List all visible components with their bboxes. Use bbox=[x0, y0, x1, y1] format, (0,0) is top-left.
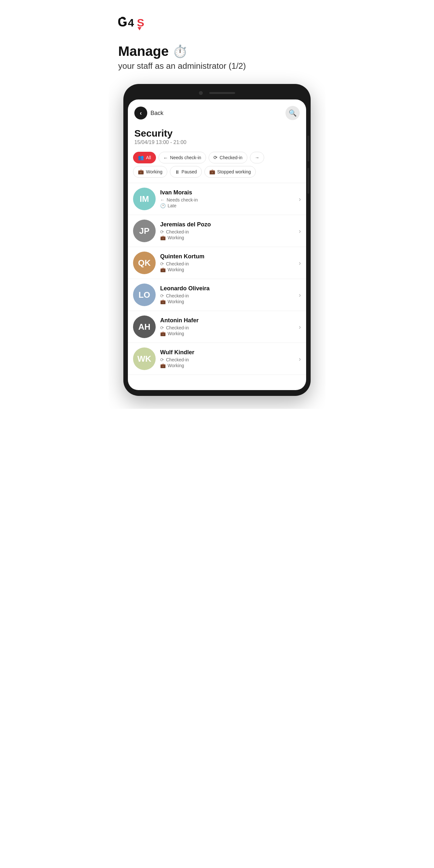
chevron-right-icon: › bbox=[299, 323, 301, 331]
filter-needs-checkin-label: Needs check-in bbox=[170, 155, 202, 160]
status2-icon: 💼 bbox=[160, 267, 166, 272]
staff-avatar: LO bbox=[133, 283, 156, 306]
staff-name: Wulf Kindler bbox=[160, 349, 294, 356]
status2-icon: 🕐 bbox=[160, 203, 166, 208]
staff-status-1: ⟳ Checked-in bbox=[160, 261, 294, 267]
status2-label: Late bbox=[167, 203, 176, 208]
status2-icon: 💼 bbox=[160, 299, 166, 304]
filter-working-label: Working bbox=[146, 169, 162, 175]
status1-icon: ⟳ bbox=[160, 357, 164, 362]
heading-section: Manage ⏱️ your staff as an administrator… bbox=[115, 43, 319, 71]
avatar-initials: QK bbox=[133, 252, 156, 274]
staff-item[interactable]: QK Quinten Kortum ⟳ Checked-in 💼 Working… bbox=[128, 247, 306, 279]
section-title: Security 15/04/19 13:00 - 21:00 bbox=[128, 125, 306, 147]
staff-info: Antonin Hafer ⟳ Checked-in 💼 Working bbox=[160, 317, 294, 337]
status1-label: Checked-in bbox=[166, 229, 189, 235]
status1-icon: ← bbox=[160, 197, 165, 203]
filter-all-label: All bbox=[146, 155, 151, 160]
more-icon: → bbox=[255, 155, 259, 160]
staff-name: Leonardo Oliveira bbox=[160, 285, 294, 292]
status1-label: Checked-in bbox=[166, 261, 189, 267]
back-circle-icon: ‹ bbox=[134, 106, 147, 120]
chevron-right-icon: › bbox=[299, 195, 301, 203]
side-button-2 bbox=[307, 168, 309, 194]
side-button-1 bbox=[307, 135, 309, 161]
staff-info: Wulf Kindler ⟳ Checked-in 💼 Working bbox=[160, 349, 294, 369]
all-icon: 👥 bbox=[138, 155, 144, 160]
filter-needs-checkin[interactable]: ← Needs check-in bbox=[159, 152, 206, 163]
section-time: 15/04/19 13:00 - 21:00 bbox=[134, 140, 300, 145]
filter-paused-label: Paused bbox=[182, 169, 197, 175]
staff-item[interactable]: LO Leonardo Oliveira ⟳ Checked-in 💼 Work… bbox=[128, 279, 306, 311]
filter-paused[interactable]: ⏸ Paused bbox=[170, 166, 202, 178]
title-text: Manage bbox=[118, 43, 168, 59]
top-bar: ‹ Back 🔍 bbox=[128, 99, 306, 125]
staff-avatar: IM bbox=[133, 188, 156, 210]
status2-label: Working bbox=[167, 267, 184, 272]
filter-checked-in[interactable]: ⟳ Checked-in bbox=[209, 152, 247, 163]
back-button[interactable]: ‹ Back bbox=[134, 106, 163, 120]
logo-section: 4 S bbox=[115, 13, 319, 32]
staff-avatar: WK bbox=[133, 347, 156, 370]
filter-more[interactable]: → bbox=[250, 152, 264, 163]
chevron-right-icon: › bbox=[299, 227, 301, 235]
search-icon: 🔍 bbox=[289, 109, 297, 117]
section-name: Security bbox=[134, 128, 300, 139]
status1-label: Needs check-in bbox=[166, 197, 198, 203]
staff-info: Quinten Kortum ⟳ Checked-in 💼 Working bbox=[160, 253, 294, 273]
staff-avatar: JP bbox=[133, 220, 156, 242]
filter-row-2: 💼 Working ⏸ Paused 💼 Stopped working bbox=[128, 166, 306, 183]
filter-working[interactable]: 💼 Working bbox=[133, 166, 167, 178]
stopped-icon: 💼 bbox=[209, 169, 215, 175]
filter-stopped[interactable]: 💼 Stopped working bbox=[205, 166, 256, 178]
staff-item[interactable]: WK Wulf Kindler ⟳ Checked-in 💼 Working › bbox=[128, 343, 306, 375]
staff-item[interactable]: JP Jeremías del Pozo ⟳ Checked-in 💼 Work… bbox=[128, 215, 306, 247]
status1-icon: ⟳ bbox=[160, 261, 164, 267]
g4s-logo: 4 S bbox=[118, 13, 147, 31]
search-button[interactable]: 🔍 bbox=[285, 106, 300, 120]
staff-status-1: ⟳ Checked-in bbox=[160, 293, 294, 299]
status1-icon: ⟳ bbox=[160, 229, 164, 235]
stopwatch-icon: ⏱️ bbox=[173, 44, 188, 58]
filter-all[interactable]: 👥 All bbox=[133, 152, 156, 163]
phone-screen: ‹ Back 🔍 Security 15/04/19 13:00 - 21:00… bbox=[128, 99, 306, 390]
page-subtitle: your staff as an administrator (1/2) bbox=[118, 61, 319, 71]
avatar-initials: IM bbox=[133, 188, 156, 210]
phone-frame: ‹ Back 🔍 Security 15/04/19 13:00 - 21:00… bbox=[123, 84, 311, 396]
staff-status-2: 🕐 Late bbox=[160, 203, 294, 208]
phone-notch bbox=[128, 90, 306, 96]
filter-row-1: 👥 All ← Needs check-in ⟳ Checked-in → bbox=[128, 147, 306, 166]
staff-info: Ivan Morais ← Needs check-in 🕐 Late bbox=[160, 189, 294, 209]
status2-label: Working bbox=[167, 299, 184, 304]
status2-label: Working bbox=[167, 235, 184, 240]
staff-status-1: ← Needs check-in bbox=[160, 197, 294, 203]
staff-status-2: 💼 Working bbox=[160, 299, 294, 304]
staff-item[interactable]: IM Ivan Morais ← Needs check-in 🕐 Late › bbox=[128, 183, 306, 215]
staff-name: Quinten Kortum bbox=[160, 253, 294, 260]
staff-status-2: 💼 Working bbox=[160, 331, 294, 336]
chevron-right-icon: › bbox=[299, 355, 301, 363]
staff-list: IM Ivan Morais ← Needs check-in 🕐 Late ›… bbox=[128, 183, 306, 375]
camera bbox=[199, 91, 203, 95]
svg-text:S: S bbox=[137, 17, 144, 29]
status1-label: Checked-in bbox=[166, 325, 189, 330]
staff-status-2: 💼 Working bbox=[160, 267, 294, 272]
working-icon: 💼 bbox=[138, 169, 144, 175]
chevron-right-icon: › bbox=[299, 259, 301, 267]
status1-label: Checked-in bbox=[166, 357, 189, 362]
status2-label: Working bbox=[167, 331, 184, 336]
staff-status-2: 💼 Working bbox=[160, 235, 294, 240]
filter-checked-in-label: Checked-in bbox=[220, 155, 243, 160]
staff-avatar: QK bbox=[133, 252, 156, 274]
filter-stopped-label: Stopped working bbox=[217, 169, 251, 175]
avatar-initials: JP bbox=[133, 220, 156, 242]
avatar-initials: WK bbox=[133, 347, 156, 370]
chevron-right-icon: › bbox=[299, 291, 301, 299]
staff-name: Antonin Hafer bbox=[160, 317, 294, 324]
status1-icon: ⟳ bbox=[160, 293, 164, 299]
svg-marker-2 bbox=[137, 27, 142, 30]
staff-name: Jeremías del Pozo bbox=[160, 221, 294, 228]
staff-item[interactable]: AH Antonin Hafer ⟳ Checked-in 💼 Working … bbox=[128, 311, 306, 343]
staff-status-1: ⟳ Checked-in bbox=[160, 229, 294, 235]
speaker bbox=[209, 92, 235, 94]
